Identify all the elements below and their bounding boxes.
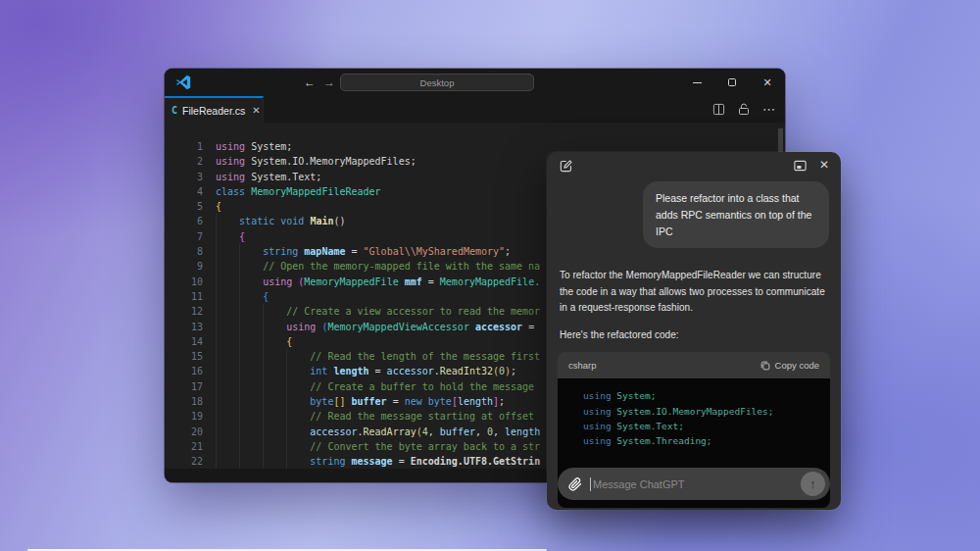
vscode-titlebar: ← → Desktop ✕ bbox=[165, 69, 785, 96]
assistant-paragraph: Here's the refactored code: bbox=[560, 327, 825, 343]
code-line: using System.IO.MemoryMappedFiles; bbox=[570, 404, 817, 419]
popout-icon bbox=[793, 159, 808, 173]
csharp-file-icon: C bbox=[172, 105, 177, 116]
line-number: 16 bbox=[165, 364, 203, 378]
line-number: 3 bbox=[165, 170, 203, 184]
split-editor-icon bbox=[712, 103, 725, 116]
code-line bbox=[570, 449, 817, 464]
more-actions-button[interactable]: ⋯ bbox=[762, 102, 776, 117]
forward-button[interactable]: → bbox=[323, 75, 335, 89]
chatgpt-header: ✕ bbox=[547, 152, 841, 177]
line-number: 8 bbox=[165, 244, 203, 259]
chat-close-button[interactable]: ✕ bbox=[819, 158, 829, 172]
line-number: 4 bbox=[165, 184, 203, 199]
user-message-bubble: Please refactor into a class that adds R… bbox=[643, 181, 829, 248]
line-number: 7 bbox=[165, 229, 203, 244]
tab-label: FileReader.cs bbox=[182, 105, 245, 117]
code-language-label: csharp bbox=[568, 360, 597, 371]
split-editor-button[interactable] bbox=[712, 103, 725, 116]
code-line: using System; bbox=[570, 388, 817, 403]
line-number: 22 bbox=[165, 454, 203, 469]
line-number: 11 bbox=[165, 289, 203, 304]
tab-filereader[interactable]: C FileReader.cs ✕ bbox=[165, 96, 264, 123]
back-button[interactable]: ← bbox=[304, 75, 316, 89]
minimize-button[interactable] bbox=[682, 69, 711, 96]
line-number: 18 bbox=[165, 394, 203, 409]
line-number: 1 bbox=[165, 139, 203, 154]
compose-icon bbox=[559, 159, 573, 174]
copy-icon bbox=[760, 360, 771, 372]
attach-button[interactable] bbox=[568, 477, 582, 491]
desktop-wallpaper: ← → Desktop ✕ C FileReader.cs ✕ bbox=[0, 0, 980, 551]
message-input[interactable] bbox=[593, 478, 801, 490]
paperclip-icon bbox=[568, 477, 582, 491]
chatgpt-panel: ✕ Please refactor into a class that adds… bbox=[547, 152, 841, 510]
line-number: 14 bbox=[165, 334, 203, 349]
search-label: Desktop bbox=[420, 77, 455, 88]
copy-code-button[interactable]: Copy code bbox=[760, 360, 819, 372]
line-number: 17 bbox=[165, 379, 203, 394]
new-chat-button[interactable] bbox=[559, 159, 573, 174]
assistant-paragraph: To refactor the MemoryMappedFileReader w… bbox=[560, 268, 825, 316]
line-number: 12 bbox=[165, 304, 203, 319]
line-number: 2 bbox=[165, 154, 203, 169]
line-number: 10 bbox=[165, 275, 203, 289]
chat-input-bar: ↑ bbox=[558, 468, 830, 500]
maximize-button[interactable] bbox=[717, 69, 747, 96]
send-button[interactable]: ↑ bbox=[801, 472, 825, 496]
code-block-header: csharp Copy code bbox=[558, 352, 830, 378]
line-number: 9 bbox=[165, 259, 203, 274]
popout-button[interactable] bbox=[793, 159, 808, 173]
vscode-tabbar: C FileReader.cs ✕ ⋯ bbox=[165, 96, 785, 123]
line-number: 15 bbox=[165, 349, 203, 364]
close-button[interactable]: ✕ bbox=[753, 69, 782, 96]
lock-button[interactable] bbox=[738, 103, 750, 116]
text-caret bbox=[590, 477, 591, 491]
tabbar-actions: ⋯ bbox=[712, 96, 776, 123]
line-number: 13 bbox=[165, 320, 203, 334]
code-line: using System.Text; bbox=[570, 419, 817, 433]
unlock-icon bbox=[738, 103, 750, 116]
line-number: 21 bbox=[165, 439, 203, 454]
line-number: 20 bbox=[165, 425, 203, 439]
line-number: 5 bbox=[165, 199, 203, 214]
command-center-search[interactable]: Desktop bbox=[340, 74, 534, 91]
copy-code-label: Copy code bbox=[775, 360, 819, 371]
line-number: 19 bbox=[165, 409, 203, 424]
tab-close-icon[interactable]: ✕ bbox=[252, 105, 260, 116]
maximize-icon bbox=[728, 78, 736, 86]
line-number: 6 bbox=[165, 214, 203, 228]
minimize-icon bbox=[693, 82, 702, 83]
vscode-logo-icon bbox=[175, 75, 191, 90]
code-line: using System.Threading; bbox=[570, 433, 817, 448]
